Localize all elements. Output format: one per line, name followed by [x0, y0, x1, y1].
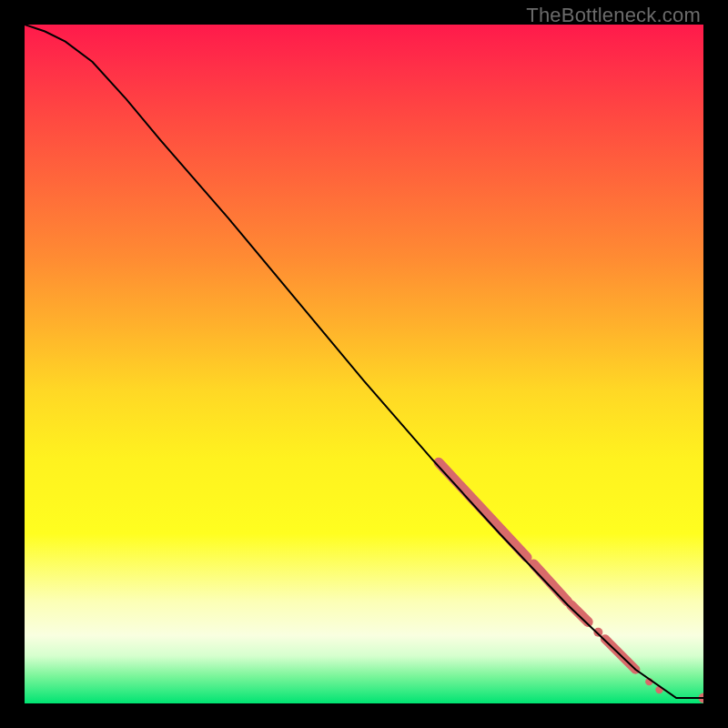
plot-area — [25, 25, 703, 703]
chart-svg — [25, 25, 703, 703]
marker-segment — [439, 462, 527, 557]
marker-layer — [439, 462, 703, 703]
marker-segment — [571, 605, 589, 622]
chart-stage: TheBottleneck.com — [0, 0, 728, 728]
curve-line — [25, 25, 703, 698]
marker-segment — [534, 564, 568, 602]
